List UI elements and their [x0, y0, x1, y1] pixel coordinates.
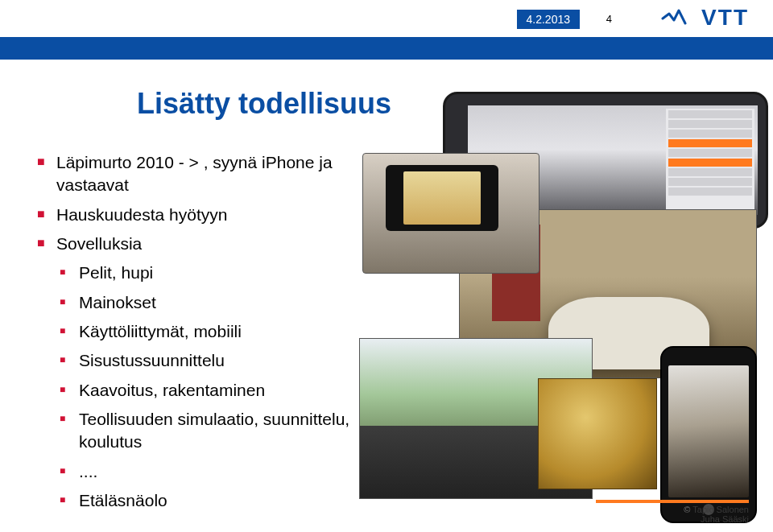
footer-credits: © Tapio Salonen Juha Sääski	[596, 500, 749, 524]
list-item-sub: Sisustussuunnittelu	[60, 349, 359, 372]
footer-author-1: Tapio Salonen	[692, 505, 749, 514]
footer-accent-line	[596, 500, 749, 503]
list-item-sub: Kaavoitus, rakentaminen	[60, 379, 359, 402]
page-number: 4	[606, 13, 612, 25]
vtt-logo-mark	[661, 6, 697, 30]
list-item-sub: ....	[60, 460, 359, 483]
hand-phone-photo	[362, 153, 539, 274]
list-item-sub: Mainokset	[60, 291, 359, 314]
list-item: Sovelluksia	[37, 233, 359, 255]
bullet-list: Läpimurto 2010 - > , syynä iPhone ja vas…	[37, 151, 359, 518]
list-item-sub: Pelit, hupi	[60, 262, 359, 284]
vtt-logo-text: VTT	[701, 5, 749, 31]
header-date: 4.2.2013	[517, 10, 581, 29]
tablet-sidepanel	[666, 109, 754, 212]
image-collage: MAP 3D CAM	[362, 80, 763, 483]
phone-device	[386, 165, 498, 231]
list-item-sub: Käyttöliittymät, mobiili	[60, 320, 359, 343]
slide-title: Lisätty todellisuus	[137, 87, 391, 121]
vtt-logo: VTT	[661, 5, 749, 31]
gold-device-photo	[538, 378, 657, 489]
header-blue-strip	[0, 37, 773, 60]
copyright-symbol: ©	[684, 505, 690, 514]
list-item: Läpimurto 2010 - > , syynä iPhone ja vas…	[37, 151, 359, 197]
list-item-sub: Etäläsnäolo	[60, 489, 359, 512]
iphone-photo	[660, 346, 757, 523]
footer-author-2: Juha Sääski	[701, 514, 749, 524]
list-item: Hauskuudesta hyötyyn	[37, 204, 359, 226]
list-item-sub: Teollisuuden simulaatio, suunnittelu, ko…	[60, 408, 359, 454]
